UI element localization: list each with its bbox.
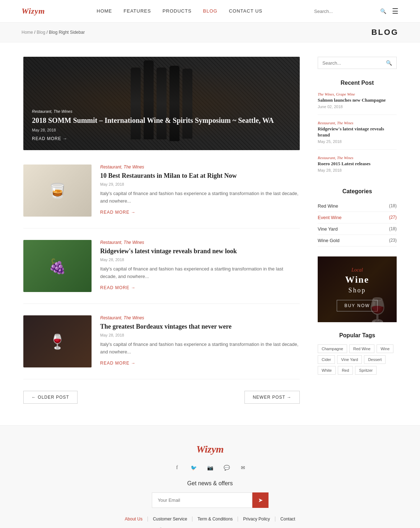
breadcrumb-blog[interactable]: Blog [37, 30, 45, 35]
tags-container: Champagne Red Wine Wine Cider Vine Yard … [318, 344, 397, 375]
recent-cat-2: Restaurant, The Wines [318, 121, 397, 125]
post-title-3: The greatest Bordeaux vintages that neve… [100, 323, 300, 331]
tag-dessert[interactable]: Dessert [364, 355, 386, 364]
post-image-1 [23, 165, 92, 217]
post-read-more-3[interactable]: READ MORE [100, 361, 136, 366]
nav-products[interactable]: PRODUCTS [163, 8, 192, 14]
nav-right: 🔍 ☰ [314, 7, 398, 15]
nav-search-input[interactable] [314, 9, 374, 14]
category-event-wine[interactable]: Event Wine (27) [318, 212, 397, 223]
recent-title-3[interactable]: Roero 2015 Latest releases [318, 161, 397, 167]
post-excerpt-1: Italy's capital of finance and fashion h… [100, 190, 300, 205]
recent-post-2: Restaurant, The Wines Ridgeview's latest… [318, 121, 397, 150]
footer-nav-about[interactable]: About Us [120, 517, 148, 522]
recent-date-1: June 02, 2018 [318, 105, 397, 109]
post-date-3: May 28, 2018 [100, 333, 300, 337]
recent-cat-3: Restaurant, The Wines [318, 156, 397, 160]
newer-post-button[interactable]: NEWER POST [244, 391, 300, 404]
featured-title: 2018 SOMM Summit – International Wine & … [32, 116, 291, 125]
main-container: Restaurant, The Wines 2018 SOMM Summit –… [13, 57, 407, 404]
tag-wine[interactable]: Wine [377, 344, 393, 353]
sidebar: 🔍 Recent Post The Wines, Grape Wine Salm… [318, 57, 397, 404]
footer-social: f 🐦 📷 💬 ✉ [22, 462, 398, 473]
older-post-button[interactable]: OLDER POST [23, 391, 78, 404]
post-excerpt-3: Italy's capital of finance and fashion h… [100, 341, 300, 356]
cat-count-1: (18) [389, 203, 397, 209]
tag-white[interactable]: White [318, 366, 336, 375]
tag-red-wine[interactable]: Red Wine [349, 344, 374, 353]
featured-category: Restaurant, The Wines [32, 109, 291, 114]
sidebar-search-input[interactable] [322, 60, 386, 66]
email-submit-button[interactable]: ➤ [252, 492, 269, 508]
post-read-more-2[interactable]: READ MORE [100, 285, 136, 290]
nav-contact[interactable]: CONTACT US [229, 8, 262, 14]
email-form: ➤ [22, 492, 398, 508]
tag-cider[interactable]: Cider [318, 355, 335, 364]
category-red-wine[interactable]: Red Wine (18) [318, 200, 397, 212]
post-content-1: Restaurant, The Wines 10 Best Restaurant… [100, 165, 300, 217]
nav-home[interactable]: HOME [97, 8, 112, 14]
recent-cat-1: The Wines, Grape Wine [318, 92, 397, 96]
logo-icon: W [22, 6, 29, 15]
nav-blog[interactable]: BLOG [203, 8, 218, 14]
blog-post-3: Restaurant, The Wines The greatest Borde… [23, 315, 300, 379]
post-read-more-1[interactable]: READ MORE [100, 210, 136, 215]
cat-count-3: (18) [389, 226, 397, 232]
post-title-2: Ridgeview's latest vintage reveals brand… [100, 247, 300, 255]
sidebar-search-button[interactable]: 🔍 [386, 60, 392, 66]
post-content-3: Restaurant, The Wines The greatest Borde… [100, 315, 300, 367]
page-title: BLOG [371, 28, 398, 37]
breadcrumb-current: Blog Right Sidebar [49, 30, 85, 35]
recent-title-1[interactable]: Salmon launches new Champagne [318, 97, 397, 103]
footer-nav-terms[interactable]: Term & Conditions [192, 517, 238, 522]
wine-shop-ad: Local Wine Shop BUY NOW [318, 256, 397, 322]
featured-post-image: Restaurant, The Wines 2018 SOMM Summit –… [23, 57, 300, 150]
nav-links: HOME FEATURES PRODUCTS BLOG CONTACT US [97, 8, 262, 14]
newsletter-label: Get news & offers [22, 480, 398, 487]
recent-date-2: May 25, 2018 [318, 139, 397, 144]
nav-features[interactable]: FEATURES [123, 8, 151, 14]
social-email-icon[interactable]: ✉ [238, 462, 248, 473]
footer-nav-contact[interactable]: Contact [275, 517, 300, 522]
buy-now-button[interactable]: BUY NOW [337, 300, 377, 311]
breadcrumb-home[interactable]: Home [22, 30, 33, 35]
tag-red[interactable]: Red [338, 366, 353, 375]
category-vine-yard[interactable]: Vine Yard (18) [318, 223, 397, 235]
footer-nav-privacy[interactable]: Privacy Policy [238, 517, 275, 522]
tag-champagne[interactable]: Champagne [318, 344, 347, 353]
sidebar-search-box: 🔍 [318, 57, 397, 69]
sidebar-popular-tags: Popular Tags Champagne Red Wine Wine Cid… [318, 332, 397, 375]
recent-posts-title: Recent Post [318, 80, 397, 86]
featured-post: Restaurant, The Wines 2018 SOMM Summit –… [23, 57, 300, 150]
cat-name-1: Red Wine [318, 203, 338, 209]
cat-count-4: (23) [389, 238, 397, 243]
social-instagram-icon[interactable]: 📷 [205, 462, 215, 473]
tag-vine-yard[interactable]: Vine Yard [337, 355, 362, 364]
cat-name-3: Vine Yard [318, 226, 338, 232]
cat-name-2: Event Wine [318, 215, 341, 220]
hamburger-icon[interactable]: ☰ [392, 7, 398, 15]
category-wine-gold[interactable]: Wine Gold (23) [318, 235, 397, 246]
email-input[interactable] [152, 492, 252, 508]
tag-spritzer[interactable]: Spritzer [355, 366, 377, 375]
social-twitter-icon[interactable]: 🐦 [188, 462, 199, 473]
footer-nav-customer-service[interactable]: Customer Service [148, 517, 192, 522]
content-area: Restaurant, The Wines 2018 SOMM Summit –… [23, 57, 300, 404]
social-facebook-icon[interactable]: f [172, 462, 182, 473]
pagination: OLDER POST NEWER POST [23, 391, 300, 404]
featured-read-more[interactable]: READ MORE [32, 136, 67, 141]
social-skype-icon[interactable]: 💬 [221, 462, 232, 473]
recent-title-2[interactable]: Ridgeview's latest vintage reveals brand [318, 126, 397, 138]
logo[interactable]: Wizym [22, 6, 45, 16]
blog-post-1: Restaurant, The Wines 10 Best Restaurant… [23, 165, 300, 228]
post-category-1: Restaurant, The Wines [100, 165, 300, 170]
recent-date-3: May 28, 2018 [318, 168, 397, 172]
cat-name-4: Wine Gold [318, 238, 340, 243]
post-title-1: 10 Best Restaurants in Milan to Eat at R… [100, 172, 300, 180]
categories-title: Categories [318, 188, 397, 195]
recent-post-1: The Wines, Grape Wine Salmon launches ne… [318, 92, 397, 115]
footer: Wizym f 🐦 📷 💬 ✉ Get news & offers ➤ Abou… [0, 425, 420, 528]
search-icon[interactable]: 🔍 [380, 8, 386, 14]
cat-count-2: (27) [389, 215, 397, 220]
popular-tags-title: Popular Tags [318, 332, 397, 339]
